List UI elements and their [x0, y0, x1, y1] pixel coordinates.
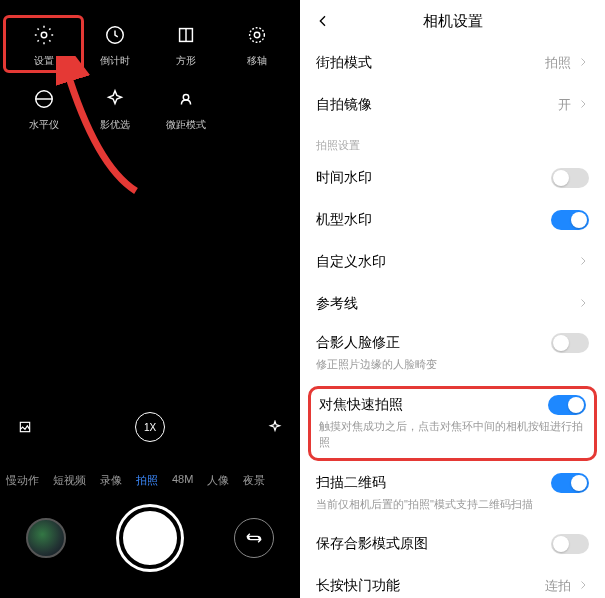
level-icon: [31, 86, 57, 112]
row-label: 街拍模式: [316, 54, 372, 72]
clock-icon: [102, 22, 128, 48]
row-time-watermark[interactable]: 时间水印: [300, 157, 605, 199]
flower-icon: [173, 86, 199, 112]
row-label: 机型水印: [316, 211, 372, 229]
toggle-face-correction[interactable]: [551, 333, 589, 353]
tool-settings[interactable]: 设置: [3, 15, 84, 73]
camera-preview[interactable]: 1X: [0, 175, 300, 443]
row-save-group-original[interactable]: 保存合影模式原图: [300, 523, 605, 565]
tool-label: 方形: [176, 54, 196, 68]
mode-strip[interactable]: 慢动作 短视频 录像 拍照 48M 人像 夜景: [0, 473, 300, 488]
row-label: 对焦快速拍照: [319, 396, 403, 414]
tool-label: 倒计时: [100, 54, 130, 68]
toggle-scan-qr[interactable]: [551, 473, 589, 493]
tool-tiltshift[interactable]: 移轴: [221, 22, 292, 68]
row-scan-qr[interactable]: 扫描二维码 当前仅相机后置的"拍照"模式支持二维码扫描: [300, 465, 605, 522]
settings-list[interactable]: 街拍模式 拍照 自拍镜像 开 拍照设置 时间水印 机型水印 自定义水印: [300, 42, 605, 598]
switch-camera-button[interactable]: [234, 518, 274, 558]
row-value: 连拍: [545, 577, 577, 595]
row-label: 时间水印: [316, 169, 372, 187]
row-street-mode[interactable]: 街拍模式 拍照: [300, 42, 605, 84]
settings-screen: 相机设置 街拍模式 拍照 自拍镜像 开 拍照设置 时间水印 机型水印: [300, 0, 605, 598]
tiltshift-icon: [244, 22, 270, 48]
tool-optimize[interactable]: 影优选: [79, 86, 150, 132]
row-selfie-mirror[interactable]: 自拍镜像 开: [300, 84, 605, 126]
chevron-right-icon: [577, 254, 589, 270]
settings-header: 相机设置: [300, 0, 605, 42]
row-label: 参考线: [316, 295, 358, 313]
tool-label: 水平仪: [29, 118, 59, 132]
toggle-time-watermark[interactable]: [551, 168, 589, 188]
shutter-button[interactable]: [119, 507, 181, 569]
row-label: 扫描二维码: [316, 474, 386, 492]
toggle-model-watermark[interactable]: [551, 210, 589, 230]
toggle-focus-quick-shot[interactable]: [548, 395, 586, 415]
tool-label: 设置: [34, 54, 54, 68]
tool-timer[interactable]: 倒计时: [79, 22, 150, 68]
mode-item[interactable]: 短视频: [53, 473, 86, 488]
chevron-right-icon: [577, 296, 589, 312]
section-header: 拍照设置: [300, 126, 605, 157]
mode-item[interactable]: 人像: [207, 473, 229, 488]
row-description: 当前仅相机后置的"拍照"模式支持二维码扫描: [316, 497, 589, 512]
row-label: 合影人脸修正: [316, 334, 400, 352]
svg-point-3: [254, 32, 260, 38]
row-label: 自定义水印: [316, 253, 386, 271]
toggle-save-group-original[interactable]: [551, 534, 589, 554]
mode-item[interactable]: 拍照: [136, 473, 158, 488]
chevron-right-icon: [577, 55, 589, 71]
row-value: 拍照: [545, 54, 577, 72]
tool-label: 影优选: [100, 118, 130, 132]
row-face-correction[interactable]: 合影人脸修正 修正照片边缘的人脸畸变: [300, 325, 605, 382]
gear-icon: [31, 22, 57, 48]
camera-screen: 设置 倒计时 方形 移轴 水平仪 影优选: [0, 0, 300, 598]
row-focus-quick-shot[interactable]: 对焦快速拍照 触摸对焦成功之后，点击对焦环中间的相机按钮进行拍照: [319, 395, 586, 450]
tool-macro[interactable]: 微距模式: [150, 86, 221, 132]
mode-item[interactable]: 夜景: [243, 473, 265, 488]
row-description: 修正照片边缘的人脸畸变: [316, 357, 589, 372]
mode-item[interactable]: 录像: [100, 473, 122, 488]
row-label: 保存合影模式原图: [316, 535, 428, 553]
row-model-watermark[interactable]: 机型水印: [300, 199, 605, 241]
row-custom-watermark[interactable]: 自定义水印: [300, 241, 605, 283]
row-description: 触摸对焦成功之后，点击对焦环中间的相机按钮进行拍照: [319, 419, 586, 450]
back-button[interactable]: [312, 10, 334, 32]
row-label: 长按快门功能: [316, 577, 400, 595]
gallery-icon[interactable]: [18, 420, 32, 434]
tool-square[interactable]: 方形: [150, 22, 221, 68]
annotation-highlight-box: 对焦快速拍照 触摸对焦成功之后，点击对焦环中间的相机按钮进行拍照: [308, 386, 597, 461]
svg-point-0: [41, 32, 47, 38]
tool-level[interactable]: 水平仪: [8, 86, 79, 132]
svg-point-6: [183, 94, 189, 100]
effects-icon[interactable]: [268, 420, 282, 434]
zoom-button[interactable]: 1X: [135, 412, 165, 442]
chevron-right-icon: [577, 578, 589, 594]
mode-item[interactable]: 48M: [172, 473, 193, 488]
svg-point-4: [249, 28, 264, 43]
sparkle-icon: [102, 86, 128, 112]
shutter-row: [0, 502, 300, 574]
camera-tool-grid: 设置 倒计时 方形 移轴 水平仪 影优选: [0, 0, 300, 150]
chevron-right-icon: [577, 97, 589, 113]
row-value: 开: [558, 96, 577, 114]
mode-item[interactable]: 慢动作: [6, 473, 39, 488]
tool-label: 微距模式: [166, 118, 206, 132]
last-photo-thumbnail[interactable]: [26, 518, 66, 558]
square-icon: [173, 22, 199, 48]
page-title: 相机设置: [423, 12, 483, 31]
row-gridlines[interactable]: 参考线: [300, 283, 605, 325]
row-label: 自拍镜像: [316, 96, 372, 114]
tool-label: 移轴: [247, 54, 267, 68]
row-shutter-longpress[interactable]: 长按快门功能 连拍: [300, 565, 605, 598]
